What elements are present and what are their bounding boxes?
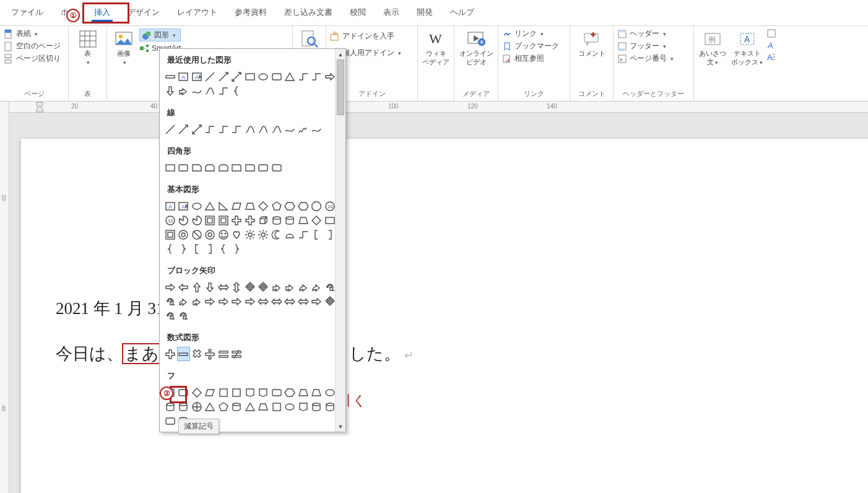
greeting-button[interactable]: 例 あいさつ 文▾: [697, 28, 729, 68]
textbox-button[interactable]: A テキスト ボックス▾: [729, 28, 765, 68]
shape-item[interactable]: [270, 69, 284, 84]
shape-item[interactable]: [297, 122, 310, 136]
shape-item[interactable]: [230, 399, 244, 414]
shape-item[interactable]: [230, 160, 244, 175]
shape-item[interactable]: [284, 69, 297, 84]
tab-mailings[interactable]: 差し込み文書: [276, 3, 341, 23]
shape-item[interactable]: [230, 122, 244, 136]
shape-item[interactable]: [163, 84, 177, 98]
shape-item[interactable]: [190, 84, 204, 98]
shape-item[interactable]: [270, 294, 284, 308]
shape-item[interactable]: [297, 280, 310, 294]
shape-item[interactable]: [230, 347, 244, 361]
shape-item[interactable]: [204, 347, 217, 361]
shape-item[interactable]: [230, 385, 244, 399]
shape-item[interactable]: [204, 69, 217, 84]
shape-item[interactable]: [217, 160, 230, 175]
shape-item[interactable]: [177, 84, 191, 98]
shape-item[interactable]: [190, 213, 204, 227]
shape-item[interactable]: [177, 213, 191, 227]
shape-item[interactable]: [163, 308, 177, 323]
shape-item[interactable]: [204, 227, 217, 242]
shape-item[interactable]: [204, 242, 217, 256]
shape-item[interactable]: [217, 280, 230, 294]
tab-design[interactable]: デザイン: [119, 3, 168, 23]
comment-button[interactable]: コメント: [576, 28, 608, 59]
shape-item[interactable]: [163, 399, 177, 414]
shape-item[interactable]: [204, 160, 217, 175]
shape-item[interactable]: [270, 227, 284, 242]
shape-item[interactable]: [257, 69, 271, 84]
shape-item[interactable]: [270, 385, 284, 399]
shape-item[interactable]: [217, 399, 230, 414]
bookmark-button[interactable]: ブックマーク: [502, 41, 559, 51]
crossref-button[interactable]: 相互参照: [502, 53, 559, 64]
shape-item[interactable]: [297, 227, 310, 242]
shape-item[interactable]: [284, 213, 297, 227]
footer-button[interactable]: フッター ▾: [617, 41, 674, 51]
tab-view[interactable]: 表示: [375, 3, 408, 23]
shape-item[interactable]: [217, 347, 230, 361]
shape-item[interactable]: [310, 213, 324, 227]
table-button[interactable]: 表▾: [74, 28, 102, 68]
scroll-thumb[interactable]: [337, 59, 344, 115]
shape-item[interactable]: [310, 399, 324, 414]
shape-item[interactable]: [270, 399, 284, 414]
cover-page-button[interactable]: 表紙▾: [4, 28, 61, 39]
shapes-button[interactable]: 図形▾: [139, 28, 181, 41]
shape-item[interactable]: [310, 122, 324, 136]
shape-item[interactable]: [163, 122, 177, 136]
shape-item[interactable]: [190, 385, 204, 399]
tab-references[interactable]: 参考資料: [226, 3, 276, 23]
tab-home[interactable]: ホー: [52, 3, 85, 23]
shape-item[interactable]: [230, 227, 244, 242]
shape-item[interactable]: [297, 385, 310, 399]
shape-item[interactable]: [177, 399, 191, 414]
shape-item[interactable]: [204, 84, 217, 98]
shape-item[interactable]: [217, 69, 230, 84]
link-button[interactable]: リンク ▾: [502, 28, 559, 39]
shape-item[interactable]: [270, 199, 284, 213]
shape-item[interactable]: [177, 227, 191, 242]
shape-item[interactable]: [297, 69, 310, 84]
shape-item[interactable]: [204, 399, 217, 414]
wikipedia-button[interactable]: W ウィキ ペディア: [420, 28, 451, 68]
scroll-up-button[interactable]: ▲: [336, 49, 345, 59]
shape-item[interactable]: [297, 294, 310, 308]
shape-item[interactable]: [243, 160, 257, 175]
shape-item[interactable]: [310, 227, 324, 242]
shape-item[interactable]: [257, 160, 271, 175]
shape-item[interactable]: [204, 385, 217, 399]
shape-item[interactable]: [217, 84, 230, 98]
shape-item[interactable]: [297, 213, 310, 227]
shape-item[interactable]: [243, 227, 257, 242]
shape-item[interactable]: [310, 294, 324, 308]
pagenum-button[interactable]: #ページ番号 ▾: [617, 53, 674, 64]
shape-item[interactable]: [177, 280, 191, 294]
shape-item[interactable]: [257, 199, 271, 213]
shape-item[interactable]: [243, 199, 257, 213]
shape-item[interactable]: [243, 294, 257, 308]
shape-item[interactable]: [190, 227, 204, 242]
doc-text[interactable]: 今日は、: [56, 344, 123, 363]
shape-item[interactable]: [270, 280, 284, 294]
shape-item[interactable]: [217, 242, 230, 256]
shape-item[interactable]: [284, 199, 297, 213]
shape-item[interactable]: [204, 122, 217, 136]
shape-item[interactable]: [163, 385, 177, 399]
shape-item[interactable]: [257, 280, 271, 294]
tab-file[interactable]: ファイル: [2, 3, 52, 23]
shape-item[interactable]: [243, 213, 257, 227]
shape-item[interactable]: [163, 280, 177, 294]
shape-item[interactable]: [257, 399, 271, 414]
shape-item[interactable]: [177, 308, 191, 323]
shape-item[interactable]: [243, 69, 257, 84]
shape-item[interactable]: [230, 213, 244, 227]
shape-item[interactable]: [190, 399, 204, 414]
shape-item[interactable]: [284, 399, 297, 414]
shape-item[interactable]: [217, 227, 230, 242]
blank-page-button[interactable]: 空白のページ: [4, 41, 61, 51]
shape-item[interactable]: [177, 385, 191, 399]
shape-item[interactable]: [243, 399, 257, 414]
shape-item[interactable]: [190, 242, 204, 256]
